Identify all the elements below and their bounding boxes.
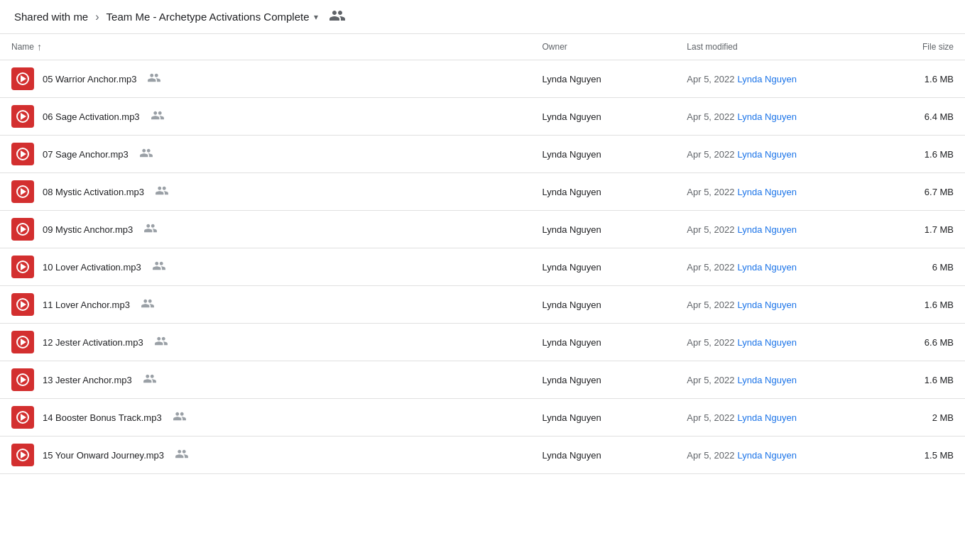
file-name-cell: 06 Sage Activation.mp3 (11, 105, 519, 128)
shared-users-icon (155, 336, 168, 348)
modified-by: Lynda Nguyen (738, 375, 797, 385)
modified-by: Lynda Nguyen (738, 450, 797, 461)
file-modified: Apr 5, 2022Lynda Nguyen (675, 324, 868, 361)
file-owner: Lynda Nguyen (530, 60, 675, 98)
file-size: 1.6 MB (868, 60, 965, 98)
modified-date: Apr 5, 2022 (687, 300, 734, 310)
modified-date: Apr 5, 2022 (687, 450, 734, 461)
file-name: 11 Lover Anchor.mp3 (43, 300, 130, 310)
modified-by: Lynda Nguyen (738, 412, 797, 423)
table-row[interactable]: 10 Lover Activation.mp3 Lynda NguyenApr … (0, 248, 965, 286)
file-type-icon (11, 293, 34, 316)
sort-arrow-icon: ↑ (37, 41, 42, 53)
file-name-cell: 05 Warrior Anchor.mp3 (11, 67, 519, 90)
breadcrumb-bar: Shared with me › Team Me - Archetype Act… (0, 0, 965, 34)
modified-by: Lynda Nguyen (738, 149, 797, 160)
file-size: 2 MB (868, 399, 965, 437)
file-name: 06 Sage Activation.mp3 (43, 111, 140, 122)
file-type-icon (11, 218, 34, 241)
modified-date: Apr 5, 2022 (687, 412, 734, 423)
modified-by: Lynda Nguyen (738, 74, 797, 84)
file-type-icon (11, 368, 34, 391)
file-owner: Lynda Nguyen (530, 173, 675, 211)
file-size: 1.6 MB (868, 136, 965, 173)
file-type-icon (11, 67, 34, 90)
file-modified: Apr 5, 2022Lynda Nguyen (675, 60, 868, 98)
modified-date: Apr 5, 2022 (687, 111, 734, 122)
shared-users-icon (156, 186, 168, 197)
file-type-icon (11, 180, 34, 203)
file-modified: Apr 5, 2022Lynda Nguyen (675, 286, 868, 324)
modified-by: Lynda Nguyen (738, 300, 797, 310)
modified-date: Apr 5, 2022 (687, 262, 734, 273)
modified-date: Apr 5, 2022 (687, 337, 734, 348)
table-row[interactable]: 11 Lover Anchor.mp3 Lynda NguyenApr 5, 2… (0, 286, 965, 324)
file-modified: Apr 5, 2022Lynda Nguyen (675, 399, 868, 437)
file-size: 1.7 MB (868, 211, 965, 248)
file-size: 1.6 MB (868, 286, 965, 324)
file-name: 15 Your Onward Journey.mp3 (43, 450, 164, 461)
breadcrumb-root[interactable]: Shared with me (14, 11, 88, 23)
file-name-cell: 11 Lover Anchor.mp3 (11, 293, 519, 316)
file-list-table: Name ↑ Owner Last modified File size 05 … (0, 34, 965, 474)
file-owner: Lynda Nguyen (530, 286, 675, 324)
table-header-row: Name ↑ Owner Last modified File size (0, 34, 965, 60)
shared-users-icon (143, 374, 156, 385)
file-modified: Apr 5, 2022Lynda Nguyen (675, 437, 868, 474)
table-row[interactable]: 14 Booster Bonus Track.mp3 Lynda NguyenA… (0, 399, 965, 437)
file-name-cell: 12 Jester Activation.mp3 (11, 331, 519, 353)
file-name-cell: 14 Booster Bonus Track.mp3 (11, 406, 519, 429)
modified-date: Apr 5, 2022 (687, 224, 734, 235)
modified-by: Lynda Nguyen (738, 111, 797, 122)
file-type-icon (11, 256, 34, 278)
file-name: 13 Jester Anchor.mp3 (43, 375, 132, 385)
file-name-cell: 08 Mystic Activation.mp3 (11, 180, 519, 203)
file-name-cell: 15 Your Onward Journey.mp3 (11, 444, 519, 466)
shared-users-icon (173, 412, 186, 423)
table-row[interactable]: 06 Sage Activation.mp3 Lynda NguyenApr 5… (0, 98, 965, 136)
file-size: 6.4 MB (868, 98, 965, 136)
file-owner: Lynda Nguyen (530, 399, 675, 437)
table-row[interactable]: 09 Mystic Anchor.mp3 Lynda NguyenApr 5, … (0, 211, 965, 248)
shared-users-icon (175, 449, 188, 461)
column-header-owner[interactable]: Owner (530, 34, 675, 60)
file-size: 1.5 MB (868, 437, 965, 474)
shared-users-icon (153, 261, 165, 273)
breadcrumb-dropdown-icon: ▾ (314, 12, 318, 22)
column-header-modified[interactable]: Last modified (675, 34, 868, 60)
table-row[interactable]: 15 Your Onward Journey.mp3 Lynda NguyenA… (0, 437, 965, 474)
modified-date: Apr 5, 2022 (687, 187, 734, 197)
file-type-icon (11, 105, 34, 128)
file-owner: Lynda Nguyen (530, 361, 675, 399)
file-name: 12 Jester Activation.mp3 (43, 337, 143, 348)
modified-date: Apr 5, 2022 (687, 149, 734, 160)
file-name: 14 Booster Bonus Track.mp3 (43, 412, 162, 423)
column-header-name[interactable]: Name ↑ (0, 34, 530, 60)
file-name: 08 Mystic Activation.mp3 (43, 187, 144, 197)
file-name: 09 Mystic Anchor.mp3 (43, 224, 133, 235)
table-row[interactable]: 05 Warrior Anchor.mp3 Lynda NguyenApr 5,… (0, 60, 965, 98)
file-owner: Lynda Nguyen (530, 136, 675, 173)
table-row[interactable]: 12 Jester Activation.mp3 Lynda NguyenApr… (0, 324, 965, 361)
file-owner: Lynda Nguyen (530, 437, 675, 474)
file-owner: Lynda Nguyen (530, 211, 675, 248)
shared-users-icon (148, 73, 160, 84)
breadcrumb-separator: › (95, 11, 99, 23)
modified-by: Lynda Nguyen (738, 262, 797, 273)
table-row[interactable]: 07 Sage Anchor.mp3 Lynda NguyenApr 5, 20… (0, 136, 965, 173)
file-size: 6.6 MB (868, 324, 965, 361)
breadcrumb-current-label: Team Me - Archetype Activations Complete (107, 11, 310, 23)
table-row[interactable]: 13 Jester Anchor.mp3 Lynda NguyenApr 5, … (0, 361, 965, 399)
file-modified: Apr 5, 2022Lynda Nguyen (675, 248, 868, 286)
file-owner: Lynda Nguyen (530, 324, 675, 361)
file-size: 6 MB (868, 248, 965, 286)
file-modified: Apr 5, 2022Lynda Nguyen (675, 211, 868, 248)
modified-by: Lynda Nguyen (738, 337, 797, 348)
breadcrumb-current-folder[interactable]: Team Me - Archetype Activations Complete… (107, 11, 318, 23)
table-row[interactable]: 08 Mystic Activation.mp3 Lynda NguyenApr… (0, 173, 965, 211)
file-modified: Apr 5, 2022Lynda Nguyen (675, 173, 868, 211)
shared-people-icon (329, 9, 345, 25)
column-header-size[interactable]: File size (868, 34, 965, 60)
shared-users-icon (141, 299, 154, 310)
file-name-cell: 07 Sage Anchor.mp3 (11, 143, 519, 165)
